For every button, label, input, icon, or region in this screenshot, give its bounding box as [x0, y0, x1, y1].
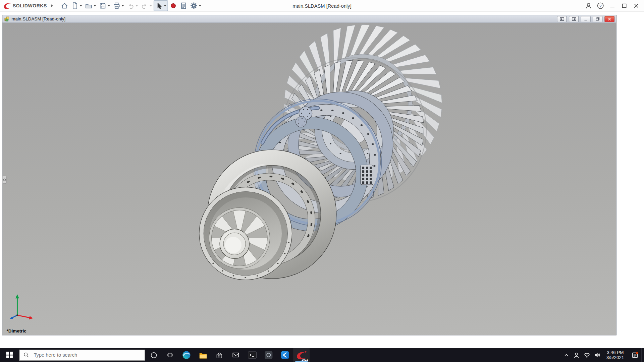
quick-toolbar: [60, 0, 203, 11]
orientation-triad[interactable]: [8, 291, 34, 321]
new-caret[interactable]: [80, 5, 82, 7]
taskbar-clock[interactable]: 3:46 PM 3/5/2021: [602, 350, 628, 360]
open-button[interactable]: [84, 1, 97, 10]
print-caret[interactable]: [122, 5, 124, 7]
app-blue-icon: [280, 351, 289, 360]
show-desktop-button[interactable]: [642, 348, 644, 362]
tray-people-icon[interactable]: [571, 348, 582, 362]
redo-caret[interactable]: [150, 5, 152, 7]
taskbar-search[interactable]: [19, 350, 145, 361]
taskbar: 2021 3:46 PM 3/5/2021: [0, 348, 644, 362]
doc-pane-right-button[interactable]: [569, 16, 579, 22]
edge-button[interactable]: [178, 348, 195, 362]
document-window-controls: [555, 16, 614, 22]
select-button[interactable]: [154, 0, 168, 11]
file-properties-button[interactable]: [179, 1, 189, 10]
assembly-doc-icon: [4, 16, 10, 22]
system-tray: 3:46 PM 3/5/2021: [561, 348, 644, 362]
undo-caret[interactable]: [136, 5, 138, 7]
action-center-button[interactable]: [628, 348, 641, 362]
close-button[interactable]: [631, 0, 642, 11]
start-button[interactable]: [0, 348, 19, 362]
file-explorer-icon: [199, 351, 207, 359]
mail-icon: [232, 351, 240, 359]
brand-text: SOLIDWORKS: [13, 3, 47, 8]
volume-icon[interactable]: [592, 348, 602, 362]
app-gray-button[interactable]: [260, 348, 277, 362]
solidworks-taskbar-button[interactable]: 2021: [293, 348, 310, 362]
minimize-button[interactable]: [607, 0, 618, 11]
doc-pane-left-button[interactable]: [557, 16, 567, 22]
save-button[interactable]: [98, 1, 111, 10]
doc-close-button[interactable]: [604, 16, 614, 22]
feature-panel-tab[interactable]: [2, 176, 6, 184]
help-button[interactable]: ?: [595, 0, 606, 11]
solidworks-year-badge: 2021: [302, 358, 308, 361]
solidworks-app-icon: 2021: [295, 349, 308, 361]
terminal-icon: [248, 351, 257, 359]
app-titlebar: SOLIDWORKS main.SLDASM [Read-only]: [0, 0, 644, 12]
app-window-title: main.SLDASM [Read-only]: [292, 0, 352, 12]
edge-icon: [182, 351, 191, 360]
select-caret[interactable]: [164, 5, 166, 7]
panel-tab-dot: [3, 179, 5, 181]
options-button[interactable]: [189, 1, 203, 10]
store-button[interactable]: [211, 348, 227, 362]
tray-expand-button[interactable]: [561, 348, 572, 362]
save-caret[interactable]: [108, 5, 110, 7]
new-document-button[interactable]: [70, 1, 83, 10]
windows-logo-icon: [6, 352, 13, 358]
screen: SOLIDWORKS main.SLDASM [Read-only]: [0, 0, 644, 362]
triad-icon: [8, 291, 34, 321]
rebuild-icon: [170, 2, 177, 9]
undo-button[interactable]: [126, 1, 139, 10]
file-explorer-button[interactable]: [195, 348, 211, 362]
titlebar-controls: ?: [583, 0, 642, 11]
search-icon: [23, 352, 29, 358]
menu-expand-arrow[interactable]: [51, 4, 53, 7]
doc-restore-button[interactable]: [593, 16, 602, 22]
task-view-button[interactable]: [162, 348, 178, 362]
document-window: main.SLDASM [Read-only]: [2, 15, 616, 335]
options-caret[interactable]: [199, 5, 201, 7]
app-blue-button[interactable]: [277, 348, 293, 362]
clock-date: 3/5/2021: [603, 355, 627, 360]
account-button[interactable]: [583, 0, 594, 11]
redo-button[interactable]: [140, 1, 153, 10]
terminal-button[interactable]: [244, 348, 260, 362]
doc-minimize-button[interactable]: [581, 16, 590, 22]
document-titlebar[interactable]: main.SLDASM [Read-only]: [2, 15, 616, 23]
graphics-area[interactable]: *Dimetric: [2, 23, 616, 335]
svg-text:?: ?: [599, 4, 601, 8]
app-gray-icon: [264, 351, 273, 360]
search-input[interactable]: [33, 352, 129, 358]
solidworks-logo-icon: [3, 2, 11, 10]
view-orientation-label: *Dimetric: [7, 328, 26, 334]
document-title: main.SLDASM [Read-only]: [11, 16, 65, 21]
solidworks-logo: SOLIDWORKS: [3, 2, 47, 10]
maximize-button[interactable]: [619, 0, 630, 11]
cortana-button[interactable]: [145, 348, 162, 362]
clock-time: 3:46 PM: [603, 350, 627, 355]
store-icon: [215, 351, 223, 359]
mail-button[interactable]: [227, 348, 244, 362]
model-jet-engine[interactable]: [2, 23, 616, 335]
rebuild-button[interactable]: [168, 1, 178, 10]
open-caret[interactable]: [94, 5, 96, 7]
home-button[interactable]: [60, 1, 69, 10]
help-icon: ?: [597, 2, 604, 9]
network-icon[interactable]: [582, 348, 592, 362]
print-button[interactable]: [112, 1, 125, 10]
